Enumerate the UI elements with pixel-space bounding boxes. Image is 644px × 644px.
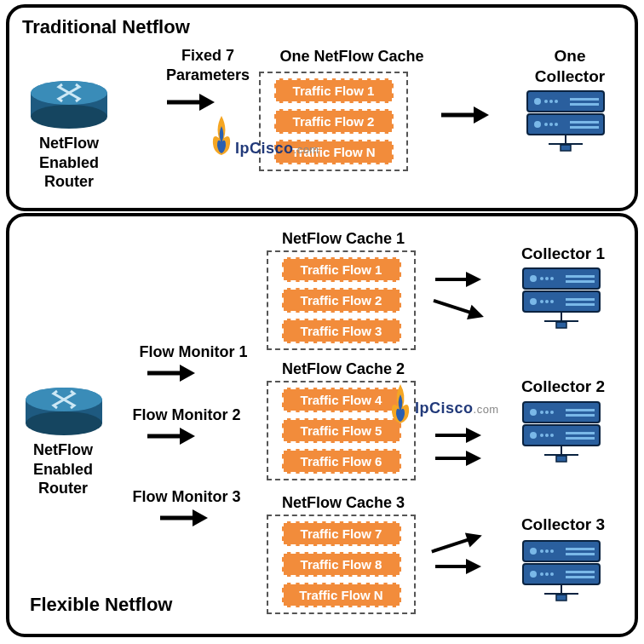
svg-point-55 <box>530 298 537 305</box>
svg-rect-77 <box>566 437 595 440</box>
svg-point-48 <box>530 275 537 282</box>
traffic-flow: Traffic Flow 5 <box>282 418 401 443</box>
svg-point-65 <box>530 409 537 416</box>
svg-marker-44 <box>465 528 485 548</box>
traffic-flow: Traffic Flow 2 <box>274 109 394 134</box>
svg-rect-70 <box>566 414 595 417</box>
svg-rect-20 <box>570 121 599 124</box>
svg-point-49 <box>540 277 543 280</box>
svg-point-9 <box>534 98 541 105</box>
svg-rect-80 <box>556 456 566 462</box>
svg-point-68 <box>550 411 554 414</box>
router-icon <box>26 80 112 131</box>
arrow-icon <box>440 101 491 135</box>
svg-point-58 <box>550 300 554 303</box>
svg-point-51 <box>550 277 554 280</box>
svg-point-82 <box>530 548 537 555</box>
svg-point-12 <box>555 100 558 103</box>
traditional-netflow-panel: Traditional Netflow Fixed 7Parameters On… <box>6 4 638 211</box>
svg-marker-32 <box>180 428 195 445</box>
svg-marker-30 <box>180 365 195 382</box>
svg-rect-97 <box>556 595 566 601</box>
arrow-icon <box>434 445 483 478</box>
collector-icon <box>519 400 604 463</box>
cache-label: NetFlow Cache 2 <box>267 359 420 379</box>
svg-point-57 <box>545 300 549 303</box>
svg-rect-21 <box>570 126 599 129</box>
collector-icon <box>519 266 604 330</box>
svg-rect-13 <box>570 98 599 101</box>
flame-icon <box>207 114 236 160</box>
svg-marker-5 <box>199 94 215 111</box>
arrow-icon <box>146 423 197 456</box>
one-collector-label: OneCollector <box>519 46 621 87</box>
svg-point-67 <box>545 411 549 414</box>
collector-label: Collector 3 <box>512 515 614 535</box>
svg-rect-94 <box>566 576 595 578</box>
svg-rect-93 <box>566 571 595 573</box>
traffic-flow: Traffic Flow 2 <box>282 288 401 313</box>
collector-icon <box>519 538 604 602</box>
flexible-netflow-panel: NetFlowEnabledRouter Flow Monitor 1 Flow… <box>6 213 638 637</box>
arrow-icon <box>434 553 483 586</box>
svg-point-16 <box>534 121 541 128</box>
svg-marker-38 <box>467 305 486 325</box>
router-label-bottom: NetFlowEnabledRouter <box>16 440 110 498</box>
cache-label: NetFlow Cache 3 <box>267 493 420 513</box>
svg-rect-59 <box>566 298 595 301</box>
traffic-flow: Traffic Flow 4 <box>282 388 401 412</box>
svg-point-73 <box>540 434 543 437</box>
traffic-flow: Traffic Flow 6 <box>282 449 401 474</box>
svg-marker-34 <box>193 509 208 526</box>
collector-icon <box>523 89 608 152</box>
svg-line-37 <box>434 301 473 313</box>
collector-label: Collector 1 <box>512 244 614 264</box>
svg-rect-87 <box>566 553 595 555</box>
svg-point-89 <box>530 571 537 578</box>
cache-box: Traffic Flow 7 Traffic Flow 8 Traffic Fl… <box>267 515 416 614</box>
arrow-icon <box>158 504 210 538</box>
top-title: Traditional Netflow <box>22 16 190 38</box>
svg-rect-24 <box>561 145 571 151</box>
router-icon <box>21 387 106 438</box>
svg-point-91 <box>545 572 549 576</box>
svg-point-18 <box>549 123 553 126</box>
svg-marker-7 <box>474 106 489 124</box>
svg-rect-53 <box>566 280 595 283</box>
traffic-flow: Traffic Flow 1 <box>274 78 394 103</box>
svg-rect-14 <box>570 103 599 106</box>
svg-point-10 <box>544 100 548 103</box>
svg-marker-40 <box>466 428 481 443</box>
svg-point-11 <box>549 100 553 103</box>
svg-line-43 <box>432 539 471 552</box>
router-label-top: NetFlowEnabledRouter <box>26 134 112 192</box>
svg-point-66 <box>540 411 543 414</box>
svg-point-92 <box>550 572 554 576</box>
cache-box: Traffic Flow 1 Traffic Flow 2 Traffic Fl… <box>267 250 416 350</box>
svg-point-83 <box>540 549 543 553</box>
svg-rect-60 <box>566 303 595 306</box>
svg-point-2 <box>31 105 107 129</box>
traffic-flow: Traffic Flow 3 <box>282 319 401 343</box>
svg-rect-52 <box>566 275 595 278</box>
arrow-icon <box>146 359 197 393</box>
collector-label: Collector 2 <box>512 377 614 397</box>
cache-label: NetFlow Cache 1 <box>267 229 420 249</box>
traffic-flow: Traffic Flow N <box>282 583 401 607</box>
watermark: IpCisco.com <box>415 400 499 417</box>
svg-point-75 <box>550 434 554 437</box>
flame-icon <box>386 382 415 428</box>
svg-marker-46 <box>466 559 481 574</box>
svg-rect-69 <box>566 409 595 411</box>
svg-point-19 <box>555 123 558 126</box>
svg-point-90 <box>540 572 543 576</box>
svg-rect-86 <box>566 548 595 550</box>
traffic-flow: Traffic Flow 1 <box>282 257 401 282</box>
svg-point-27 <box>26 411 102 435</box>
svg-point-72 <box>530 432 537 439</box>
svg-point-56 <box>540 300 543 303</box>
svg-rect-63 <box>556 322 566 328</box>
svg-marker-42 <box>466 451 481 466</box>
svg-point-85 <box>550 549 554 553</box>
svg-point-17 <box>544 123 548 126</box>
